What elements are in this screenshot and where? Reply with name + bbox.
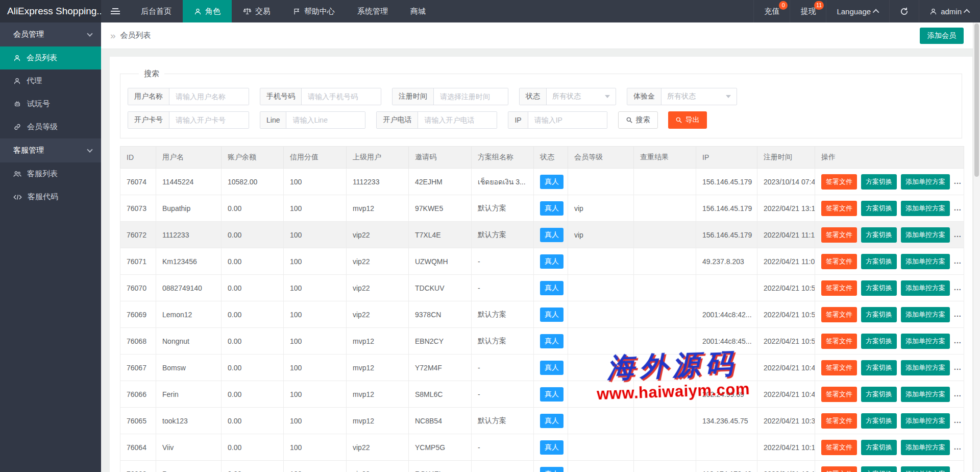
action-button-方案切换[interactable]: 方案切换: [861, 227, 897, 243]
cell-ip: 118.174.170.46: [696, 461, 757, 472]
action-button-添加单控方案[interactable]: 添加单控方案: [901, 360, 950, 375]
cell-status: 真人: [534, 169, 568, 195]
search-input-开户卡号[interactable]: [169, 112, 249, 128]
action-button-签署文件[interactable]: 签署文件: [821, 334, 857, 349]
action-button-添加单控方案[interactable]: 添加单控方案: [901, 201, 950, 216]
sidebar-item-代理[interactable]: 代理: [0, 69, 101, 92]
export-button[interactable]: 导出: [668, 111, 707, 129]
action-button-签署文件[interactable]: 签署文件: [821, 466, 857, 472]
action-button-添加单控方案[interactable]: 添加单控方案: [901, 254, 950, 269]
more-actions-button[interactable]: ...: [954, 363, 962, 371]
search-input-IP[interactable]: [528, 112, 607, 128]
action-button-签署文件[interactable]: 签署文件: [821, 174, 857, 190]
cell-time: 2022/04/21 13:17: [757, 195, 815, 222]
add-member-button[interactable]: 添加会员: [920, 28, 964, 44]
search-input-注册时间[interactable]: [434, 88, 508, 105]
more-actions-button[interactable]: ...: [954, 310, 962, 318]
more-actions-button[interactable]: ...: [954, 177, 962, 185]
action-button-签署文件[interactable]: 签署文件: [821, 307, 857, 322]
cell-actions: 签署文件方案切换添加单控方案...: [815, 381, 964, 408]
cell-status: 真人: [534, 222, 568, 248]
sidebar-item-会员等级[interactable]: 会员等级: [0, 115, 101, 138]
cell-status: 真人: [534, 328, 568, 355]
action-button-添加单控方案[interactable]: 添加单控方案: [901, 334, 950, 349]
nav-item-4[interactable]: 帮助中心: [282, 0, 346, 22]
search-input-手机号码[interactable]: [302, 88, 381, 105]
action-button-添加单控方案[interactable]: 添加单控方案: [901, 387, 950, 402]
cell-balance: 0.00: [222, 408, 284, 434]
action-button-方案切换[interactable]: 方案切换: [861, 440, 897, 455]
action-button-添加单控方案[interactable]: 添加单控方案: [901, 174, 950, 190]
more-actions-button[interactable]: ...: [954, 390, 962, 398]
nav-item-2[interactable]: 角色: [183, 0, 232, 22]
more-actions-button[interactable]: ...: [954, 204, 962, 212]
action-button-方案切换[interactable]: 方案切换: [861, 174, 897, 190]
search-input-开户电话[interactable]: [418, 112, 497, 128]
nav-item-6[interactable]: 商城: [399, 0, 437, 22]
sidebar-item-客服代码[interactable]: 客服代码: [0, 185, 101, 208]
sidebar-item-客服列表[interactable]: 客服列表: [0, 162, 101, 185]
action-button-方案切换[interactable]: 方案切换: [861, 201, 897, 216]
action-button-签署文件[interactable]: 签署文件: [821, 254, 857, 269]
withdraw-menu-item[interactable]: 提现 11: [790, 0, 826, 22]
sidebar-group-1[interactable]: 会员管理: [0, 22, 101, 46]
action-button-方案切换[interactable]: 方案切换: [861, 360, 897, 375]
admin-dropdown[interactable]: admin: [919, 0, 980, 22]
action-button-方案切换[interactable]: 方案切换: [861, 413, 897, 429]
sidebar-item-试玩号[interactable]: 试玩号: [0, 92, 101, 115]
language-dropdown[interactable]: Language: [826, 0, 889, 22]
search-row-2: 开户卡号Line开户电话IP搜索导出: [128, 111, 954, 129]
action-button-签署文件[interactable]: 签署文件: [821, 440, 857, 455]
action-button-添加单控方案[interactable]: 添加单控方案: [901, 466, 950, 472]
more-actions-button[interactable]: ...: [954, 443, 962, 451]
search-field-label: 手机号码: [260, 88, 302, 105]
search-input-Line[interactable]: [286, 112, 365, 128]
nav-item-5[interactable]: 系统管理: [346, 0, 399, 22]
search-row-1: 用户名称手机号码注册时间状态所有状态体验金所有状态: [128, 88, 954, 105]
more-actions-button[interactable]: ...: [954, 416, 962, 424]
action-button-添加单控方案[interactable]: 添加单控方案: [901, 280, 950, 296]
table-row: 7607008827491400.00100vip22TDCKUV-真人2022…: [120, 275, 964, 301]
refresh-button[interactable]: [889, 0, 919, 22]
action-button-添加单控方案[interactable]: 添加单控方案: [901, 413, 950, 429]
more-actions-button[interactable]: ...: [954, 230, 962, 239]
action-button-方案切换[interactable]: 方案切换: [861, 307, 897, 322]
action-button-签署文件[interactable]: 签署文件: [821, 413, 857, 429]
cell-invite: NC8B54: [409, 408, 472, 434]
cell-dup: [634, 248, 696, 275]
more-actions-button[interactable]: ...: [954, 337, 962, 345]
action-button-方案切换[interactable]: 方案切换: [861, 466, 897, 472]
scrollbar-thumb[interactable]: [974, 23, 979, 177]
nav-item-3[interactable]: 交易: [232, 0, 282, 22]
nav-item-1[interactable]: 后台首页: [130, 0, 183, 22]
action-button-添加单控方案[interactable]: 添加单控方案: [901, 440, 950, 455]
action-button-签署文件[interactable]: 签署文件: [821, 387, 857, 402]
sidebar-item-会员列表[interactable]: 会员列表: [0, 46, 101, 69]
sidebar-item-label: 客服列表: [27, 169, 58, 179]
robot-icon: [13, 100, 21, 108]
search-select-体验金[interactable]: 所有状态: [662, 88, 737, 105]
action-button-签署文件[interactable]: 签署文件: [821, 227, 857, 243]
action-button-签署文件[interactable]: 签署文件: [821, 280, 857, 296]
action-button-签署文件[interactable]: 签署文件: [821, 201, 857, 216]
search-select-状态[interactable]: 所有状态: [547, 88, 616, 105]
column-header-ID: ID: [120, 147, 156, 169]
more-actions-button[interactable]: ...: [954, 257, 962, 265]
action-button-方案切换[interactable]: 方案切换: [861, 254, 897, 269]
action-button-添加单控方案[interactable]: 添加单控方案: [901, 227, 950, 243]
status-badge: 真人: [540, 281, 564, 295]
action-button-签署文件[interactable]: 签署文件: [821, 360, 857, 375]
search-input-用户名称[interactable]: [169, 88, 249, 105]
cell-plan: 默认方案: [472, 222, 534, 248]
more-actions-button[interactable]: ...: [954, 284, 962, 292]
action-button-方案切换[interactable]: 方案切换: [861, 334, 897, 349]
action-button-方案切换[interactable]: 方案切换: [861, 387, 897, 402]
sidebar-group-2[interactable]: 客服管理: [0, 138, 101, 162]
cell-ip: 156.146.45.179: [696, 222, 757, 248]
recharge-menu-item[interactable]: 充值 0: [753, 0, 790, 22]
sidebar-toggle-button[interactable]: [101, 0, 130, 22]
action-button-添加单控方案[interactable]: 添加单控方案: [901, 307, 950, 322]
search-button[interactable]: 搜索: [618, 111, 658, 129]
more-actions-button[interactable]: ...: [954, 469, 962, 472]
action-button-方案切换[interactable]: 方案切换: [861, 280, 897, 296]
